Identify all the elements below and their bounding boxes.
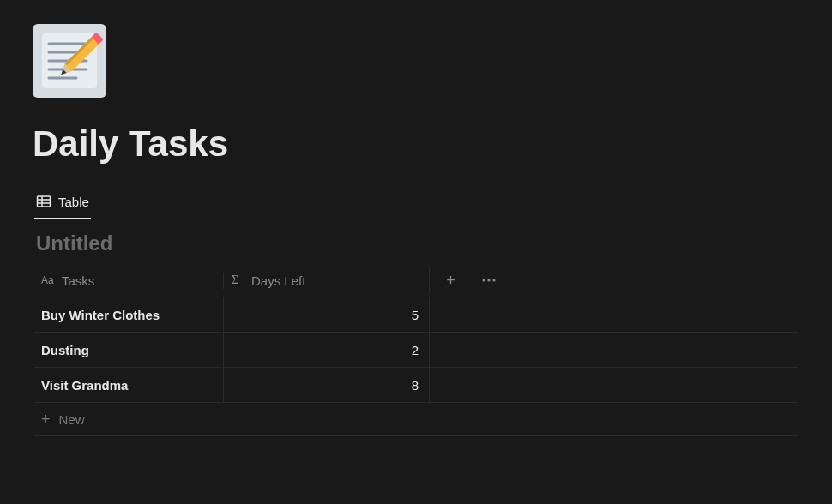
dots-icon xyxy=(481,279,497,282)
svg-text:Aa: Aa xyxy=(41,274,54,286)
table-icon xyxy=(36,194,51,209)
cell-days-left[interactable]: 2 xyxy=(223,333,429,367)
page-title[interactable]: Daily Tasks xyxy=(33,123,798,165)
formula-icon: Σ xyxy=(231,273,244,289)
svg-text:Σ: Σ xyxy=(232,273,238,286)
svg-point-19 xyxy=(492,279,495,281)
cell-empty xyxy=(429,368,798,402)
cell-days-left[interactable]: 8 xyxy=(223,368,429,402)
column-header-tasks[interactable]: Aa Tasks xyxy=(34,273,223,289)
table-row[interactable]: Dusting2 xyxy=(34,332,798,367)
table-row[interactable]: Visit Grandma8 xyxy=(34,367,798,402)
new-row-label: New xyxy=(59,412,85,427)
cell-days-left[interactable]: 5 xyxy=(223,297,429,332)
new-row-button[interactable]: + New xyxy=(34,402,798,436)
add-column-button[interactable]: + xyxy=(429,267,472,293)
cell-tasks[interactable]: Buy Winter Clothes xyxy=(34,308,223,322)
view-title[interactable]: Untitled xyxy=(36,231,798,255)
plus-icon: + xyxy=(41,411,51,427)
cell-tasks[interactable]: Dusting xyxy=(34,343,223,357)
page-icon[interactable] xyxy=(33,24,106,98)
plus-icon: + xyxy=(446,273,455,288)
column-more-button[interactable] xyxy=(472,267,506,293)
tab-label: Table xyxy=(58,195,89,209)
data-table: Aa Tasks Σ Days Left + xyxy=(34,264,798,436)
cell-empty xyxy=(429,333,798,367)
table-row[interactable]: Buy Winter Clothes5 xyxy=(34,297,798,332)
text-icon: Aa xyxy=(41,273,55,289)
svg-point-17 xyxy=(482,279,485,281)
svg-rect-11 xyxy=(38,196,51,207)
memo-pencil-icon xyxy=(35,27,104,95)
column-label: Days Left xyxy=(251,273,305,288)
cell-tasks[interactable]: Visit Grandma xyxy=(34,378,223,393)
column-label: Tasks xyxy=(62,273,94,288)
svg-point-18 xyxy=(487,279,490,281)
tabs-bar: Table xyxy=(34,187,798,219)
table-header: Aa Tasks Σ Days Left + xyxy=(34,264,798,297)
column-header-days-left[interactable]: Σ Days Left xyxy=(223,273,429,289)
cell-empty xyxy=(429,297,798,332)
tab-table[interactable]: Table xyxy=(34,187,91,219)
